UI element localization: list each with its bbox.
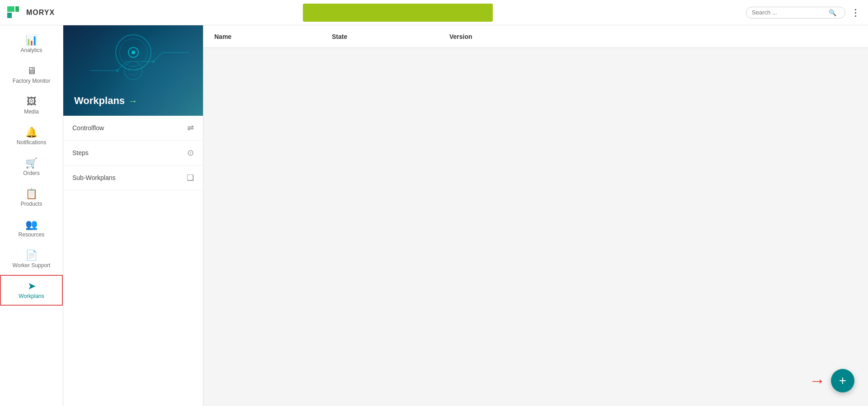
orders-icon: 🛒 <box>25 158 38 168</box>
svg-rect-1 <box>15 6 19 12</box>
subnav-title-arrow: → <box>128 96 137 106</box>
sidebar-item-worker-support[interactable]: 📄 Worker Support <box>0 244 63 275</box>
content-body: → + <box>203 48 868 406</box>
factory-monitor-icon: 🖥 <box>27 66 37 76</box>
sidebar-item-label-products: Products <box>21 201 42 207</box>
sidebar-item-notifications[interactable]: 🔔 Notifications <box>0 121 63 152</box>
subnav-item-label-steps: Steps <box>72 149 89 156</box>
moryx-logo-icon <box>7 6 24 19</box>
subnav-item-icon-controlflow: ⇌ <box>187 123 194 133</box>
svg-line-6 <box>153 52 162 61</box>
svg-point-9 <box>152 60 155 63</box>
subnav-item-steps[interactable]: Steps ⊙ <box>63 141 203 165</box>
fab-area: → + <box>809 369 854 392</box>
search-input[interactable] <box>752 9 829 16</box>
search-icon: 🔍 <box>829 9 836 16</box>
sidebar-item-resources[interactable]: 👥 Resources <box>0 213 63 244</box>
sidebar-item-factory-monitor[interactable]: 🖥 Factory Monitor <box>0 60 63 90</box>
sidebar-item-label-media: Media <box>24 109 39 115</box>
products-icon: 📋 <box>25 189 38 199</box>
sidebar-item-label-resources: Resources <box>19 231 44 238</box>
subnav-title: Workplans → <box>74 95 137 107</box>
logo-text: MORYX <box>26 9 55 17</box>
topbar-right: 🔍 ⋮ <box>725 7 861 19</box>
sidebar-item-media[interactable]: 🖼 Media <box>0 90 63 121</box>
subnav-header: Workplans → <box>63 25 203 116</box>
sidebar-item-products[interactable]: 📋 Products <box>0 183 63 213</box>
column-header-version: Version <box>449 33 540 40</box>
svg-rect-2 <box>7 13 12 18</box>
sidebar-item-label-notifications: Notifications <box>17 139 46 146</box>
subnav-items: Controlflow ⇌ Steps ⊙ Sub-Workplans ❏ <box>63 116 203 406</box>
green-bar <box>303 4 493 22</box>
column-header-state: State <box>332 33 422 40</box>
fab-arrow-indicator: → <box>809 371 826 390</box>
sidebar-item-label-worker-support: Worker Support <box>13 262 51 269</box>
subnav-title-text: Workplans <box>74 95 125 107</box>
notifications-icon: 🔔 <box>25 127 38 137</box>
content-header: Name State Version <box>203 25 868 48</box>
more-menu-icon[interactable]: ⋮ <box>851 7 861 18</box>
sidebar-item-label-orders: Orders <box>23 170 40 176</box>
sidebar-item-label-factory-monitor: Factory Monitor <box>13 78 50 84</box>
svg-point-10 <box>124 61 142 80</box>
subnav-item-icon-steps: ⊙ <box>187 148 194 158</box>
sidebar-item-orders[interactable]: 🛒 Orders <box>0 152 63 183</box>
subnav-item-label-controlflow: Controlflow <box>72 124 104 132</box>
media-icon: 🖼 <box>27 97 37 107</box>
subnav-item-icon-sub-workplans: ❏ <box>187 173 194 183</box>
column-header-name: Name <box>214 33 305 40</box>
subnav-item-controlflow[interactable]: Controlflow ⇌ <box>63 116 203 141</box>
analytics-icon: 📊 <box>25 35 38 45</box>
sidebar-item-label-analytics: Analytics <box>20 47 42 53</box>
workplans-icon: ➤ <box>28 281 36 291</box>
topbar: MORYX 🔍 ⋮ <box>0 0 868 25</box>
svg-point-11 <box>129 66 138 75</box>
sidebar-item-analytics[interactable]: 📊 Analytics <box>0 29 63 60</box>
subnav-panel: Workplans → Controlflow ⇌ Steps ⊙ Sub-Wo… <box>63 25 203 406</box>
subnav-item-label-sub-workplans: Sub-Workplans <box>72 174 115 181</box>
sidebar-item-workplans[interactable]: ➤ Workplans <box>0 275 63 306</box>
resources-icon: 👥 <box>25 220 38 230</box>
sidebar-item-label-workplans: Workplans <box>19 293 44 299</box>
topbar-center <box>71 4 725 22</box>
add-button[interactable]: + <box>831 369 854 392</box>
search-box[interactable]: 🔍 <box>746 7 845 19</box>
worker-support-icon: 📄 <box>25 250 38 260</box>
svg-point-8 <box>116 69 119 72</box>
subnav-item-sub-workplans[interactable]: Sub-Workplans ❏ <box>63 165 203 190</box>
main-layout: 📊 Analytics 🖥 Factory Monitor 🖼 Media 🔔 … <box>0 25 868 406</box>
content-area: Name State Version → + <box>203 25 868 406</box>
logo-area: MORYX <box>7 6 71 19</box>
svg-rect-0 <box>7 6 14 12</box>
sidebar: 📊 Analytics 🖥 Factory Monitor 🖼 Media 🔔 … <box>0 25 63 406</box>
